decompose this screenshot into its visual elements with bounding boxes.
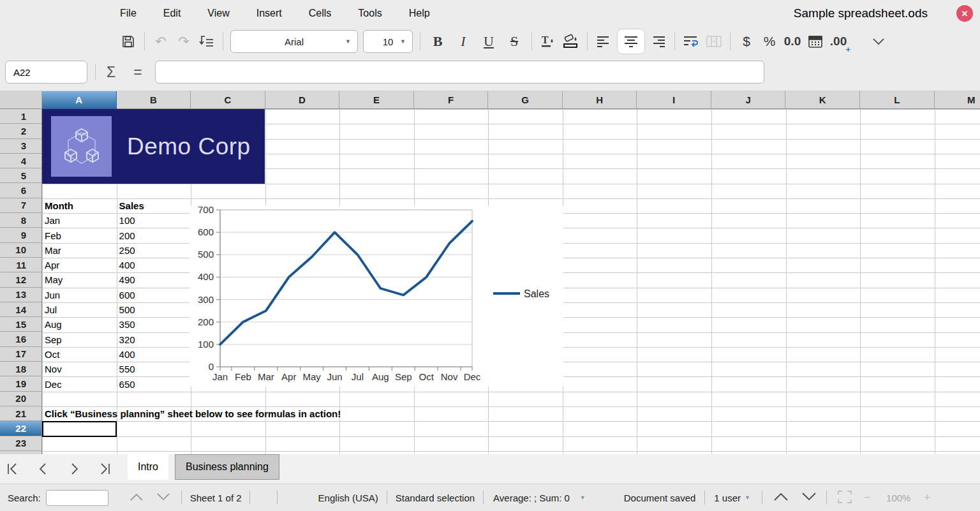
cell-B13[interactable]: 600 [117, 288, 191, 302]
cell-B16[interactable]: 320 [117, 332, 191, 347]
cell-B11[interactable]: 400 [117, 258, 191, 272]
next-sheet-button[interactable] [66, 461, 82, 477]
language-status[interactable]: English (USA) [318, 492, 378, 503]
select-all-corner[interactable] [0, 91, 42, 109]
format-date-button[interactable] [806, 30, 825, 53]
search-next-button[interactable] [156, 492, 171, 503]
cell-A18[interactable]: Nov [42, 362, 116, 376]
menu-edit[interactable]: Edit [163, 8, 181, 19]
cell-A11[interactable]: Apr [42, 258, 116, 272]
close-button[interactable]: ✕ [956, 5, 973, 22]
last-sheet-button[interactable] [97, 461, 112, 477]
formula-button[interactable]: = [129, 61, 147, 84]
sheet-tab-business-planning[interactable]: Business planning [175, 454, 279, 480]
highlight-color-button[interactable] [561, 30, 581, 53]
row-header-9[interactable]: 9 [0, 228, 42, 242]
cell-A19[interactable]: Dec [42, 376, 116, 391]
chevron-down-icon[interactable]: ▼ [745, 494, 750, 501]
cell-A16[interactable]: Sep [42, 332, 116, 347]
merge-cells-button[interactable] [704, 30, 724, 53]
menu-help[interactable]: Help [409, 8, 430, 19]
row-header-2[interactable]: 2 [0, 124, 42, 138]
column-header-b[interactable]: B [117, 91, 191, 109]
zoom-in-button[interactable]: + [923, 491, 930, 505]
column-header-h[interactable]: H [563, 91, 637, 109]
row-header-15[interactable]: 15 [0, 317, 42, 332]
undo-button[interactable]: ↶ [151, 30, 170, 53]
cell-B18[interactable]: 550 [117, 362, 191, 376]
cell-A13[interactable]: Jun [42, 288, 116, 302]
column-header-a[interactable]: A [42, 91, 117, 109]
selected-cell-a22[interactable] [42, 421, 117, 437]
bold-button[interactable]: B [427, 30, 449, 53]
save-button[interactable] [119, 30, 138, 53]
row-header-3[interactable]: 3 [0, 139, 42, 154]
toolbar-overflow-button[interactable] [869, 30, 888, 53]
cell-B14[interactable]: 500 [117, 302, 191, 317]
row-header-19[interactable]: 19 [0, 376, 42, 391]
column-header-f[interactable]: F [414, 91, 489, 109]
column-header-d[interactable]: D [265, 91, 340, 109]
wrap-text-button[interactable] [681, 30, 701, 53]
cell-A10[interactable]: Mar [42, 243, 116, 258]
note-cell-a21[interactable]: Click “Business planning” sheet below to… [42, 406, 341, 421]
column-header-i[interactable]: I [637, 91, 711, 109]
cell-A12[interactable]: May [42, 272, 116, 287]
cell-B19[interactable]: 650 [117, 376, 191, 391]
menu-view[interactable]: View [207, 8, 229, 19]
selection-mode-status[interactable]: Standard selection [396, 492, 475, 503]
row-header-22[interactable]: 22 [0, 421, 42, 436]
row-header-10[interactable]: 10 [0, 243, 42, 258]
previous-sheet-button[interactable] [36, 461, 51, 477]
cell-A7[interactable]: Month [42, 198, 116, 213]
row-header-7[interactable]: 7 [0, 198, 42, 213]
cell-reference-box[interactable]: A22 [5, 61, 87, 84]
align-center-button[interactable] [617, 29, 645, 54]
cell-B9[interactable]: 200 [117, 228, 191, 242]
row-header-8[interactable]: 8 [0, 213, 42, 228]
cell-B12[interactable]: 490 [117, 272, 191, 287]
font-color-button[interactable]: T [538, 30, 558, 53]
zoom-out-button[interactable]: − [864, 491, 871, 505]
menu-file[interactable]: File [120, 8, 137, 19]
row-header-1[interactable]: 1 [0, 109, 42, 124]
menu-cells[interactable]: Cells [309, 8, 332, 19]
cell-B7[interactable]: Sales [117, 198, 191, 213]
cell-A14[interactable]: Jul [42, 302, 116, 317]
cells-area[interactable]: Demo Corp 0100200300400500600700JanFebMa… [42, 109, 980, 454]
redo-button[interactable]: ↷ [174, 30, 193, 53]
column-header-e[interactable]: E [339, 91, 414, 109]
cell-A15[interactable]: Aug [42, 317, 116, 332]
font-size-combobox[interactable]: 10 ▼ [363, 30, 413, 53]
fit-to-screen-button[interactable] [837, 490, 852, 506]
cell-B10[interactable]: 250 [117, 243, 191, 258]
align-left-button[interactable] [594, 30, 613, 53]
cell-A9[interactable]: Feb [42, 228, 116, 242]
clone-formatting-button[interactable] [197, 30, 216, 53]
search-input[interactable] [46, 490, 108, 506]
row-header-13[interactable]: 13 [0, 288, 42, 302]
row-header-12[interactable]: 12 [0, 272, 42, 287]
row-header-5[interactable]: 5 [0, 168, 42, 183]
align-right-button[interactable] [649, 30, 668, 53]
strikethrough-button[interactable]: S [503, 30, 525, 53]
row-header-23[interactable]: 23 [0, 436, 42, 451]
column-header-l[interactable]: L [860, 91, 935, 109]
column-header-g[interactable]: G [488, 91, 563, 109]
row-header-17[interactable]: 17 [0, 347, 42, 362]
column-header-c[interactable]: C [191, 91, 265, 109]
cell-B8[interactable]: 100 [117, 213, 191, 228]
format-percent-button[interactable]: % [760, 30, 779, 53]
statistics-status[interactable]: Average: ; Sum: 0 [493, 492, 570, 503]
first-sheet-button[interactable] [5, 461, 20, 477]
cell-A17[interactable]: Oct [42, 347, 116, 362]
row-header-6[interactable]: 6 [0, 183, 42, 198]
row-header-16[interactable]: 16 [0, 332, 42, 346]
row-header-18[interactable]: 18 [0, 362, 42, 376]
menu-tools[interactable]: Tools [358, 8, 382, 19]
row-header-20[interactable]: 20 [0, 392, 42, 406]
sum-button[interactable]: Σ [101, 61, 121, 84]
row-header-11[interactable]: 11 [0, 258, 42, 272]
scroll-down-button[interactable] [801, 492, 817, 503]
chevron-down-icon[interactable]: ▼ [580, 494, 586, 501]
